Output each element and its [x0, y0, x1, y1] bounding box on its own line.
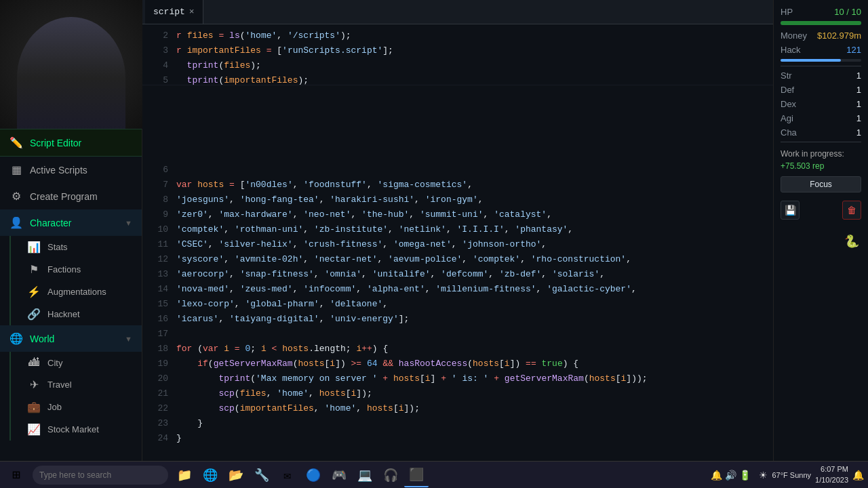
- file-explorer-icon: 📁: [177, 468, 192, 483]
- active-scripts-icon: ▦: [9, 163, 23, 176]
- sidebar-nav: ✏️ Script Editor ▦ Active Scripts ⚙ Crea…: [0, 129, 142, 488]
- snippet-line-numbers: 2 3 4 5: [142, 26, 176, 85]
- start-button[interactable]: ⊞: [4, 464, 28, 486]
- windows-icon: ⊞: [12, 466, 20, 483]
- dex-row: Dex 1: [781, 99, 861, 109]
- weather-text: 67°F Sunny: [772, 471, 811, 479]
- work-label: Work in progress:: [781, 148, 861, 160]
- code-lines[interactable]: var hosts = ['n00dles', 'foodnstuff', 's…: [176, 85, 773, 462]
- save-icon-box[interactable]: 💾: [781, 201, 800, 220]
- stat-icons-row: 💾 🗑: [781, 201, 861, 220]
- hack-row: Hack 121: [781, 45, 861, 55]
- taskbar-app1[interactable]: 🔧: [250, 463, 274, 487]
- sidebar-item-travel[interactable]: ✈ Travel: [20, 373, 142, 396]
- character-subnav: 📊 Stats ⚑ Factions ⚡ Augmentations 🔗 Hac…: [9, 236, 142, 325]
- save-icon: 💾: [785, 205, 796, 216]
- hack-bar-container: [781, 59, 861, 62]
- tab-script[interactable]: script ×: [145, 0, 203, 24]
- sidebar-item-city[interactable]: 🏙 City: [20, 352, 142, 373]
- dex-value: 1: [856, 99, 861, 109]
- notification-area: 🔔 🔊 🔋: [707, 470, 755, 481]
- sidebar-item-factions[interactable]: ⚑ Factions: [20, 258, 142, 281]
- agi-value: 1: [856, 113, 861, 123]
- def-value: 1: [856, 85, 861, 95]
- sidebar-item-label: Active Scripts: [30, 165, 87, 176]
- sidebar-item-job[interactable]: 💼 Job: [20, 396, 142, 418]
- sidebar-item-label: Character: [30, 218, 71, 228]
- money-row: Money $102.979m: [781, 30, 861, 41]
- agi-row: Agi 1: [781, 113, 861, 123]
- sidebar-item-stock-market[interactable]: 📈 Stock Market: [20, 418, 142, 441]
- network-icon: 🔔: [711, 470, 722, 481]
- code-area[interactable]: 6 7 8 9 10 11 12 13 14 15 16 17 18 19 20…: [142, 85, 773, 462]
- hp-value: 10 / 10: [834, 7, 861, 17]
- cha-label: Cha: [781, 127, 797, 138]
- steam-icon: 🎮: [332, 468, 347, 483]
- tab-close-button[interactable]: ×: [189, 7, 195, 17]
- taskbar-discord[interactable]: 🎧: [378, 463, 403, 487]
- code-content: 6 7 8 9 10 11 12 13 14 15 16 17 18 19 20…: [142, 85, 773, 462]
- job-icon: 💼: [27, 401, 41, 413]
- divider-2: [781, 142, 861, 142]
- sidebar-item-label: Create Program: [30, 191, 98, 202]
- sidebar-item-hacknet[interactable]: 🔗 Hacknet: [20, 303, 142, 325]
- hack-value: 121: [846, 45, 861, 55]
- sidebar-item-label: Augmentations: [47, 287, 106, 297]
- str-label: Str: [781, 70, 792, 81]
- money-label: Money: [781, 30, 807, 41]
- chevron-down-icon: ▼: [125, 219, 132, 227]
- taskbar-search-input[interactable]: [33, 466, 168, 485]
- taskbar-steam[interactable]: 🎮: [327, 463, 351, 487]
- work-progress: Work in progress: +75.503 rep: [781, 148, 861, 172]
- folder-icon: 📂: [229, 468, 243, 483]
- taskbar-file-explorer[interactable]: 📁: [172, 463, 197, 487]
- sidebar-item-character[interactable]: 👤 Character ▼: [0, 209, 142, 236]
- line-numbers: 6 7 8 9 10 11 12 13 14 15 16 17 18 19 20…: [142, 85, 176, 462]
- stats-icon: 📊: [27, 241, 41, 253]
- def-label: Def: [781, 85, 794, 95]
- cha-value: 1: [856, 127, 861, 138]
- cha-row: Cha 1: [781, 127, 861, 138]
- app1-icon: 🔧: [254, 468, 269, 483]
- code-top-snippet: 2 3 4 5 r files = ls('home', '/scripts')…: [142, 24, 773, 85]
- main-editor: script × 2 3 4 5 r files = ls('home', '/…: [142, 0, 773, 488]
- city-icon: 🏙: [27, 357, 41, 369]
- taskbar-game[interactable]: ⬛: [404, 463, 429, 487]
- game-icon: ⬛: [409, 467, 424, 482]
- sidebar-item-label: Job: [47, 402, 62, 412]
- hp-bar-container: [781, 21, 861, 25]
- money-value: $102.979m: [817, 30, 861, 41]
- sidebar-item-label: Stock Market: [47, 424, 99, 434]
- snippet-content: 2 3 4 5 r files = ls('home', '/scripts')…: [142, 26, 773, 85]
- battery-icon: 🔋: [739, 470, 751, 481]
- taskbar-right: 🔔 🔊 🔋 ☀ 67°F Sunny 6:07 PM 1/10/2023 🔔: [707, 464, 864, 485]
- focus-button[interactable]: Focus: [781, 176, 861, 192]
- taskbar-mail[interactable]: ✉: [275, 463, 300, 487]
- taskbar-chrome[interactable]: 🔵: [301, 463, 326, 487]
- sidebar-item-world[interactable]: 🌐 World ▼: [0, 325, 142, 352]
- hp-row: HP 10 / 10: [781, 7, 861, 17]
- sidebar-item-active-scripts[interactable]: ▦ Active Scripts: [0, 157, 142, 183]
- taskbar-app2[interactable]: 💻: [353, 463, 377, 487]
- clock-time: 6:07 PM: [815, 464, 848, 474]
- str-value: 1: [856, 70, 861, 81]
- sidebar-item-stats[interactable]: 📊 Stats: [20, 236, 142, 258]
- webcam-person: [17, 17, 125, 129]
- notifications-bell[interactable]: 🔔: [852, 470, 864, 481]
- dex-label: Dex: [781, 99, 796, 109]
- sidebar-item-create-program[interactable]: ⚙ Create Program: [0, 183, 142, 209]
- sidebar-item-label: Hacknet: [47, 309, 80, 319]
- taskbar-browser[interactable]: 🌐: [198, 463, 222, 487]
- sidebar-item-augmentations[interactable]: ⚡ Augmentations: [20, 281, 142, 303]
- taskbar-folder[interactable]: 📂: [224, 463, 248, 487]
- snake-icon[interactable]: 🐍: [842, 232, 861, 251]
- tab-bar: script ×: [142, 0, 773, 24]
- create-program-icon: ⚙: [9, 190, 23, 203]
- delete-icon-box[interactable]: 🗑: [842, 201, 861, 220]
- speaker-icon: 🔊: [725, 470, 736, 481]
- sidebar-item-script-editor[interactable]: ✏️ Script Editor: [0, 129, 142, 157]
- factions-icon: ⚑: [27, 263, 41, 276]
- hp-label: HP: [781, 7, 793, 17]
- taskbar: ⊞ 📁 🌐 📂 🔧 ✉ 🔵 🎮 💻 🎧 ⬛ 🔔 🔊 🔋 ☀ 67°F Sunny: [0, 461, 868, 488]
- travel-icon: ✈: [27, 378, 41, 391]
